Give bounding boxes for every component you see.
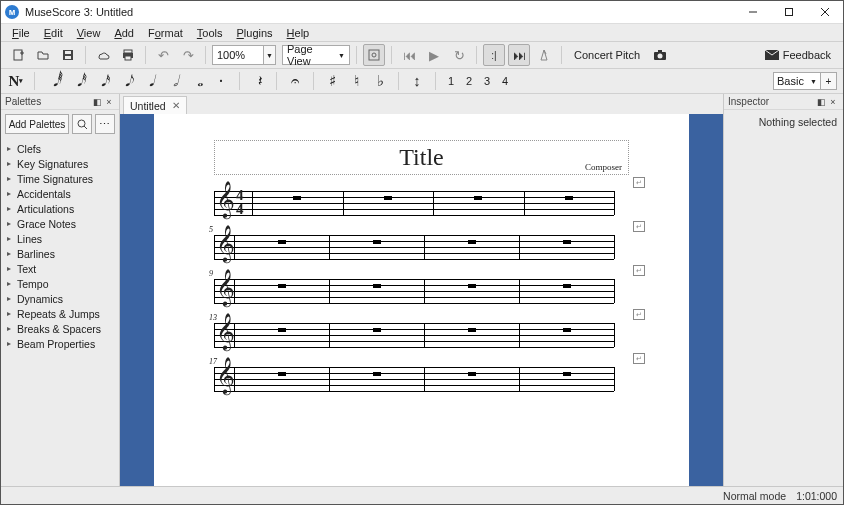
palette-label: Barlines <box>17 248 55 260</box>
new-file-icon[interactable] <box>7 44 29 66</box>
zoom-input[interactable]: 100% <box>212 45 264 65</box>
add-palettes-button[interactable]: Add Palettes <box>5 114 69 134</box>
pan-playback-icon[interactable]: ⏭ <box>508 44 530 66</box>
staff-system[interactable]: 17↵𝄞 <box>214 367 629 391</box>
palette-item[interactable]: ▸Key Signatures <box>1 156 119 171</box>
palette-item[interactable]: ▸Articulations <box>1 201 119 216</box>
staff-system[interactable]: 9↵𝄞 <box>214 279 629 303</box>
chevron-right-icon: ▸ <box>7 339 17 348</box>
zoom-dropdown[interactable]: ▼ <box>264 45 276 65</box>
palette-item[interactable]: ▸Clefs <box>1 141 119 156</box>
menu-format[interactable]: Format <box>141 25 190 41</box>
concert-pitch-button[interactable]: Concert Pitch <box>568 47 646 63</box>
redo-icon[interactable]: ↷ <box>177 44 199 66</box>
image-capture-icon[interactable] <box>363 44 385 66</box>
staff: 𝄞 <box>214 279 614 303</box>
system-break-icon[interactable]: ↵ <box>633 221 645 232</box>
menu-view[interactable]: View <box>70 25 108 41</box>
whole-rest <box>373 372 381 376</box>
menu-file[interactable]: File <box>5 25 37 41</box>
flat-icon[interactable]: ♭ <box>371 71 389 91</box>
note-8th-icon[interactable]: 𝅘𝅥𝅮 <box>116 71 134 91</box>
palette-item[interactable]: ▸Barlines <box>1 246 119 261</box>
palette-item[interactable]: ▸Beam Properties <box>1 336 119 351</box>
svg-line-21 <box>84 126 87 129</box>
rest-icon[interactable]: 𝄽 <box>249 71 267 91</box>
note-dot-icon[interactable]: · <box>212 71 230 91</box>
play-repeats-icon[interactable]: :| <box>483 44 505 66</box>
tab-untitled[interactable]: Untitled ✕ <box>123 96 187 114</box>
close-tab-icon[interactable]: ✕ <box>172 100 180 111</box>
view-mode-select[interactable]: Page View▼ <box>282 45 350 65</box>
menu-help[interactable]: Help <box>280 25 317 41</box>
note-16th-icon[interactable]: 𝅘𝅥𝅯 <box>92 71 110 91</box>
system-break-icon[interactable]: ↵ <box>633 353 645 364</box>
natural-icon[interactable]: ♮ <box>347 71 365 91</box>
score-canvas[interactable]: Title Composer ↵𝄞445↵𝄞9↵𝄞13↵𝄞17↵𝄞 <box>120 114 723 486</box>
save-icon[interactable] <box>57 44 79 66</box>
palette-item[interactable]: ▸Accidentals <box>1 186 119 201</box>
voice-1[interactable]: 1 <box>445 72 457 90</box>
close-button[interactable] <box>807 1 843 23</box>
system-break-icon[interactable]: ↵ <box>633 309 645 320</box>
workspace-select[interactable]: Basic▼ <box>773 72 821 90</box>
palette-label: Time Signatures <box>17 173 93 185</box>
search-palettes-button[interactable] <box>72 114 92 134</box>
system-break-icon[interactable]: ↵ <box>633 265 645 276</box>
workspace-add-button[interactable]: + <box>821 72 837 90</box>
note-input-mode-icon[interactable]: N▾ <box>7 71 25 91</box>
palettes-more-button[interactable]: ⋯ <box>95 114 115 134</box>
palette-item[interactable]: ▸Grace Notes <box>1 216 119 231</box>
undock-icon[interactable]: ◧ <box>815 97 827 107</box>
close-panel-icon[interactable]: × <box>827 97 839 107</box>
menu-tools[interactable]: Tools <box>190 25 230 41</box>
whole-rest <box>468 240 476 244</box>
palette-item[interactable]: ▸Tempo <box>1 276 119 291</box>
minimize-button[interactable] <box>735 1 771 23</box>
note-32nd-icon[interactable]: 𝅘𝅥𝅰 <box>68 71 86 91</box>
voice-3[interactable]: 3 <box>481 72 493 90</box>
menu-add[interactable]: Add <box>107 25 141 41</box>
system-break-icon[interactable]: ↵ <box>633 177 645 188</box>
voice-4[interactable]: 4 <box>499 72 511 90</box>
note-quarter-icon[interactable]: 𝅘𝅥 <box>140 71 158 91</box>
staff-system[interactable]: ↵𝄞44 <box>214 191 629 215</box>
score-composer[interactable]: Composer <box>585 162 622 172</box>
note-64th-icon[interactable]: 𝅘𝅥𝅱 <box>44 71 62 91</box>
whole-rest <box>563 240 571 244</box>
title-frame[interactable]: Title Composer <box>214 140 629 175</box>
maximize-button[interactable] <box>771 1 807 23</box>
palette-item[interactable]: ▸Lines <box>1 231 119 246</box>
voice-2[interactable]: 2 <box>463 72 475 90</box>
tie-icon[interactable]: 𝄐 <box>286 71 304 91</box>
feedback-button[interactable]: Feedback <box>759 47 837 63</box>
close-panel-icon[interactable]: × <box>103 97 115 107</box>
palette-item[interactable]: ▸Text <box>1 261 119 276</box>
play-icon[interactable]: ▶ <box>423 44 445 66</box>
flip-icon[interactable]: ↕ <box>408 71 426 91</box>
sharp-icon[interactable]: ♯ <box>323 71 341 91</box>
print-icon[interactable] <box>117 44 139 66</box>
menu-plugins[interactable]: Plugins <box>230 25 280 41</box>
whole-rest <box>565 196 573 200</box>
note-half-icon[interactable]: 𝅗𝅥 <box>164 71 182 91</box>
undock-icon[interactable]: ◧ <box>91 97 103 107</box>
cloud-icon[interactable] <box>92 44 114 66</box>
rewind-icon[interactable]: ⏮ <box>398 44 420 66</box>
palette-item[interactable]: ▸Dynamics <box>1 291 119 306</box>
open-file-icon[interactable] <box>32 44 54 66</box>
palette-item[interactable]: ▸Repeats & Jumps <box>1 306 119 321</box>
staff-system[interactable]: 5↵𝄞 <box>214 235 629 259</box>
loop-icon[interactable]: ↻ <box>448 44 470 66</box>
metronome-icon[interactable] <box>533 44 555 66</box>
note-whole-icon[interactable]: 𝅝 <box>188 71 206 91</box>
whole-rest <box>373 284 381 288</box>
palette-item[interactable]: ▸Time Signatures <box>1 171 119 186</box>
separator <box>34 72 35 90</box>
palette-item[interactable]: ▸Breaks & Spacers <box>1 321 119 336</box>
staff-system[interactable]: 13↵𝄞 <box>214 323 629 347</box>
undo-icon[interactable]: ↶ <box>152 44 174 66</box>
camera-icon[interactable] <box>649 44 671 66</box>
score-title[interactable]: Title <box>221 144 622 171</box>
menu-edit[interactable]: Edit <box>37 25 70 41</box>
